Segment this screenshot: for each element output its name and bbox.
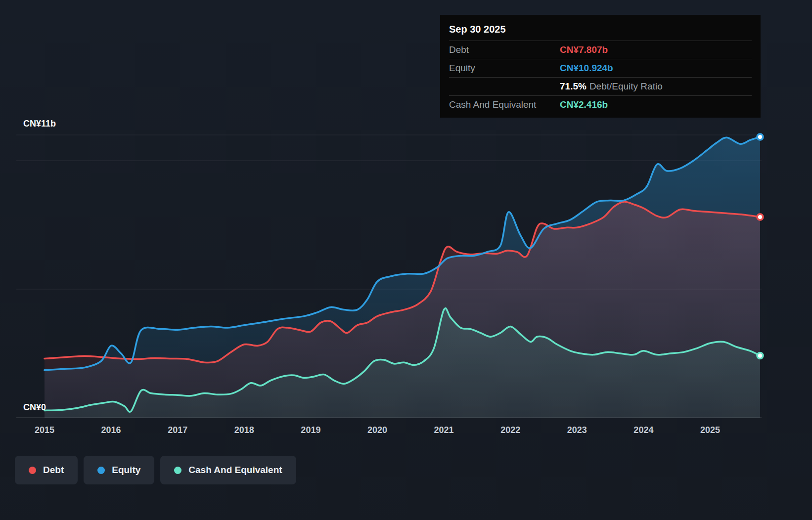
x-axis-label-2018: 2018	[234, 425, 254, 435]
x-axis-label-2020: 2020	[367, 425, 387, 435]
x-axis-label-2021: 2021	[434, 425, 454, 435]
debt-end-dot-icon	[757, 214, 763, 220]
tooltip-ratio-row: 71.5%Debt/Equity Ratio	[449, 78, 752, 96]
legend-item-debt[interactable]: Debt	[15, 456, 78, 484]
x-axis-label-2022: 2022	[500, 425, 520, 435]
x-axis-label-2015: 2015	[35, 425, 54, 435]
tooltip-debt-value: CN¥7.807b	[560, 44, 752, 55]
tooltip-equity-label: Equity	[449, 63, 560, 74]
equity-legend-dot-icon	[97, 467, 105, 474]
x-axis: 2015201620172018201920202021202220232024…	[0, 425, 812, 438]
x-axis-label-2025: 2025	[700, 425, 720, 435]
tooltip-ratio-value: 71.5%	[560, 81, 586, 91]
legend-item-equity[interactable]: Equity	[84, 456, 154, 484]
debt-equity-chart: CN¥11b CN¥0 2015201620172018201920202021…	[0, 0, 812, 520]
tooltip-debt-row: Debt CN¥7.807b	[449, 41, 752, 59]
y-axis-label-top: CN¥11b	[23, 119, 56, 129]
legend-item-cash[interactable]: Cash And Equivalent	[160, 456, 296, 484]
x-axis-label-2017: 2017	[168, 425, 187, 435]
legend: Debt Equity Cash And Equivalent	[15, 456, 296, 484]
debt-legend-dot-icon	[29, 467, 36, 474]
x-axis-label-2016: 2016	[101, 425, 121, 435]
tooltip-date: Sep 30 2025	[449, 20, 752, 41]
tooltip-debt-label: Debt	[449, 44, 560, 55]
cash-legend-dot-icon	[174, 467, 181, 474]
tooltip-cash-label: Cash And Equivalent	[449, 99, 560, 110]
tooltip-cash-value: CN¥2.416b	[560, 99, 752, 110]
x-axis-label-2024: 2024	[633, 425, 653, 435]
tooltip-equity-value: CN¥10.924b	[560, 63, 752, 74]
tooltip: Sep 30 2025 Debt CN¥7.807b Equity CN¥10.…	[440, 15, 761, 118]
tooltip-ratio-label: Debt/Equity Ratio	[589, 81, 663, 91]
legend-debt-label: Debt	[43, 465, 64, 476]
x-axis-label-2019: 2019	[301, 425, 320, 435]
legend-cash-label: Cash And Equivalent	[188, 465, 282, 476]
cash-and-equivalent-end-dot-icon	[757, 352, 763, 358]
tooltip-cash-row: Cash And Equivalent CN¥2.416b	[449, 96, 752, 114]
legend-equity-label: Equity	[112, 465, 140, 476]
tooltip-equity-row: Equity CN¥10.924b	[449, 59, 752, 78]
y-axis-label-bottom: CN¥0	[23, 402, 46, 413]
equity-end-dot-icon	[757, 134, 763, 140]
x-axis-label-2023: 2023	[567, 425, 587, 435]
tooltip-ratio: 71.5%Debt/Equity Ratio	[560, 81, 752, 92]
